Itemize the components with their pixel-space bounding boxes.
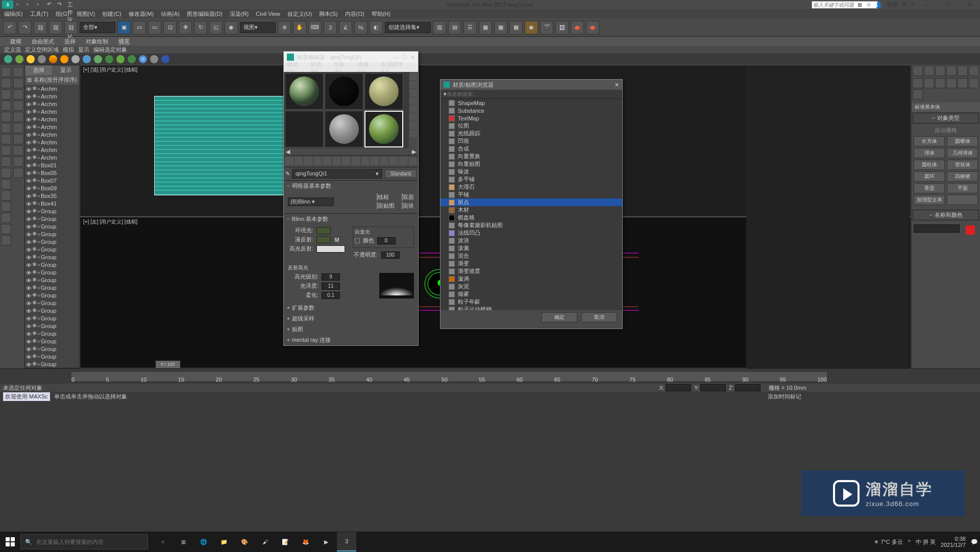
browser-item[interactable]: 粒子运动模糊 <box>440 306 622 310</box>
keyboard-button[interactable]: ⌨ <box>308 21 322 34</box>
tool-icon[interactable] <box>1 190 11 200</box>
edge-icon[interactable]: 🌐 <box>194 532 213 551</box>
mentalray-rollout[interactable]: + mental ray 连接 <box>284 335 418 345</box>
minimize-icon[interactable]: — <box>394 54 399 61</box>
tool-icon[interactable] <box>1 101 11 111</box>
weather-widget[interactable]: ☀ 7°C 多云 <box>874 538 903 546</box>
browser-item[interactable]: 波浪 <box>440 237 622 244</box>
tool-icon[interactable] <box>13 67 23 77</box>
clock[interactable]: 0:382021/12/7 <box>941 536 966 548</box>
scene-item[interactable]: 👁❄▫Group <box>25 330 79 337</box>
browser-item[interactable]: 多平铺 <box>440 175 622 183</box>
ribbon-tab[interactable]: 填充 <box>118 38 130 45</box>
taskbar-search[interactable]: 🔍 <box>20 534 148 549</box>
br-titlebar[interactable]: 材质/贴图浏览器 ✕ <box>440 80 622 90</box>
align-button[interactable]: ▤ <box>448 21 461 34</box>
scale-button[interactable]: ◱ <box>209 21 223 34</box>
br-list[interactable]: ShapeMapSubstanceTextMap位图光线跟踪凹痕合成向量置换向量… <box>440 99 622 310</box>
tab-display[interactable]: 显示 <box>52 65 79 75</box>
pick-icon[interactable]: ✎ <box>285 170 290 177</box>
menu-item[interactable]: 编辑(E) <box>4 10 23 18</box>
browser-item[interactable]: 混合 <box>440 252 622 260</box>
scene-item[interactable]: 👁❄▫Group <box>25 299 79 307</box>
fx-icon[interactable] <box>116 55 125 63</box>
rotate-button[interactable]: ↻ <box>194 21 207 34</box>
blinn-rollout[interactable]: − Blinn 基本参数 <box>284 214 418 224</box>
unlink-button[interactable]: ⛓ <box>49 21 62 34</box>
mat-slot-4[interactable] <box>285 111 324 147</box>
close-icon[interactable]: ✕ <box>615 82 619 88</box>
me-side-icon[interactable] <box>410 97 417 105</box>
browser-item[interactable]: 法线凹凸 <box>440 229 622 237</box>
supersample-rollout[interactable]: + 超级采样 <box>284 313 418 324</box>
scene-item[interactable]: 👁❄▫Group <box>25 222 79 230</box>
gloss-spinner[interactable] <box>322 283 340 290</box>
ribbon-panel-item[interactable]: 定义空闲区域 <box>25 46 59 54</box>
tool-icon[interactable] <box>1 235 11 245</box>
select-object-button[interactable]: ▣ <box>117 21 131 34</box>
browser-item[interactable]: 斑点 <box>440 198 622 206</box>
scene-item[interactable]: 👁❄▫Group <box>25 337 79 345</box>
fx-icon[interactable] <box>105 55 113 63</box>
geometry-tab[interactable] <box>913 78 923 88</box>
ribbon-tab[interactable]: 选择 <box>64 38 76 45</box>
selfillum-cb[interactable] <box>355 238 360 243</box>
primitive-button[interactable]: 平面 <box>947 183 978 193</box>
fx-icon[interactable] <box>27 55 35 63</box>
x-input[interactable] <box>666 384 691 391</box>
shader-rollout[interactable]: − 明暗器基本参数 <box>284 181 418 191</box>
browser-item[interactable]: 烟雾 <box>440 290 622 298</box>
tool-icon[interactable] <box>1 179 11 189</box>
primitive-button[interactable]: 圆柱体 <box>914 160 945 170</box>
lights-tab[interactable] <box>935 78 945 88</box>
me-side-icon[interactable] <box>410 73 417 80</box>
me-side-icon[interactable] <box>410 106 417 113</box>
tool-icon[interactable] <box>1 168 11 178</box>
browser-item[interactable]: 光线跟踪 <box>440 130 622 137</box>
close-icon[interactable]: ✕ <box>410 54 415 61</box>
diffuse-map-button[interactable]: M <box>334 237 340 243</box>
tool-icon[interactable] <box>13 112 23 122</box>
render-setup[interactable]: 🎬 <box>540 21 553 34</box>
ribbon-tab[interactable]: 对象绘制 <box>86 38 108 45</box>
fx-icon[interactable] <box>71 55 80 63</box>
percent-snap[interactable]: % <box>354 21 368 34</box>
close-button[interactable]: ✕ <box>961 1 978 9</box>
me-tbtn[interactable] <box>323 157 331 165</box>
shapes-tab[interactable] <box>924 78 934 88</box>
menu-item[interactable]: 帮助(H) <box>372 10 390 18</box>
mat-slot-5[interactable] <box>325 111 363 147</box>
user-icon[interactable]: 👤 <box>875 2 883 8</box>
browser-item[interactable]: 每像素摄影机贴图 <box>440 221 622 229</box>
tool-icon[interactable] <box>1 202 11 212</box>
addkey-label[interactable]: 添加时间标记 <box>768 393 801 400</box>
scene-item[interactable]: 👁❄▫Group <box>25 253 79 261</box>
scene-item[interactable]: 👁❄▫Group <box>25 230 79 238</box>
scene-sort-header[interactable]: ⊞名称(按升序排序) <box>25 75 79 85</box>
bind-button[interactable]: ⛓ <box>64 21 78 34</box>
menu-item[interactable]: 渲染(R) <box>230 10 249 18</box>
soften-spinner[interactable] <box>322 292 340 299</box>
save-icon[interactable]: ▫ <box>37 1 44 8</box>
browser-item[interactable]: 噪波 <box>440 168 622 175</box>
app-icon[interactable]: 🖌 <box>255 532 275 551</box>
tool-icon[interactable] <box>13 157 23 167</box>
toggle-ribbon[interactable]: ▦ <box>479 21 492 34</box>
y-input[interactable] <box>700 384 726 391</box>
scene-item[interactable]: 👁❄▫Group <box>25 268 79 276</box>
primitive-button[interactable] <box>947 195 978 205</box>
menu-item[interactable]: 工具(T) <box>30 10 48 18</box>
browser-item[interactable]: 漩涡 <box>440 275 622 283</box>
scene-item[interactable]: 👁❄▫Archm <box>25 92 79 100</box>
scene-item[interactable]: 👁❄▫Archm <box>25 154 79 161</box>
sun-icon[interactable] <box>49 55 57 63</box>
utilities-tab[interactable] <box>969 66 979 76</box>
tool-icon[interactable] <box>13 78 23 88</box>
tool-icon[interactable] <box>1 134 11 144</box>
link-button[interactable]: ⛓ <box>34 21 47 34</box>
ref-coord-combo[interactable]: 视图 ▾ <box>240 22 276 33</box>
exchange-icon[interactable]: ✕ <box>902 2 906 8</box>
hierarchy-tab[interactable] <box>935 66 945 76</box>
placement-button[interactable]: ◉ <box>225 21 238 34</box>
scene-item[interactable]: 👁❄▫Box07 <box>25 177 79 184</box>
